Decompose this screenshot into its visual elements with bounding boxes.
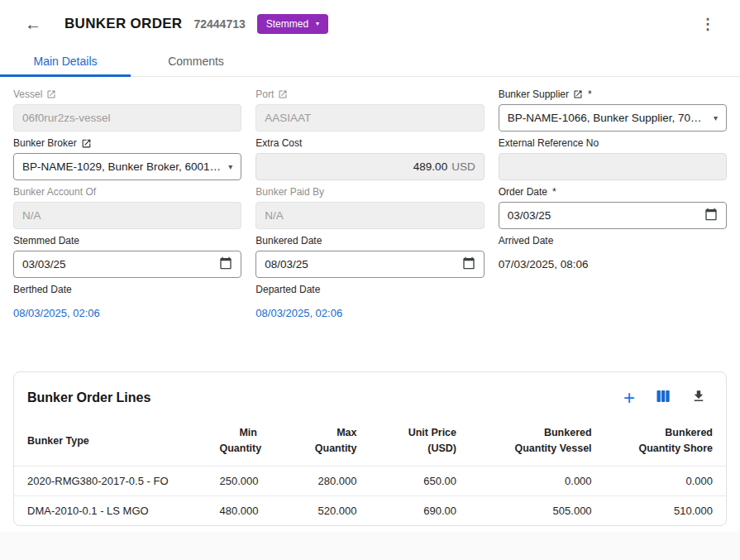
stemmed-date-input[interactable]: 03/03/25 (13, 251, 241, 278)
card-title: Bunker Order Lines (27, 390, 150, 405)
external-reference-input[interactable] (499, 153, 727, 180)
field-bunker-account-of: Bunker Account Of N/A (13, 186, 241, 229)
berthed-date-label: Berthed Date (13, 284, 241, 295)
bunkered-date-label: Bunkered Date (255, 235, 484, 246)
external-link-icon[interactable] (278, 89, 288, 99)
calendar-icon[interactable] (219, 256, 232, 272)
cell-unit-price: 650.00 (370, 466, 470, 495)
bunker-supplier-label: Bunker Supplier * (499, 89, 727, 100)
tab-bar: Main Details Comments (0, 48, 740, 77)
extra-cost-label: Extra Cost (255, 137, 484, 149)
extra-cost-input[interactable]: 489.00 USD (255, 153, 484, 180)
bunker-account-of-input: N/A (13, 202, 241, 229)
field-extra-cost: Extra Cost 489.00 USD (255, 137, 484, 180)
back-button[interactable]: ← (25, 16, 41, 32)
port-label-text: Port (255, 89, 274, 100)
berthed-date-link[interactable]: 08/03/2025, 02:06 (13, 299, 241, 327)
stemmed-date-label-text: Stemmed Date (13, 235, 79, 246)
card-header: Bunker Order Lines + (14, 372, 726, 419)
header-line: Quantity Shore (618, 441, 713, 457)
columns-icon (656, 389, 671, 407)
header-line: (USD) (383, 441, 456, 457)
table-row[interactable]: DMA-2010-0.1 - LS MGO 480.000 520.000 69… (14, 495, 726, 525)
add-line-button[interactable]: + (623, 388, 635, 408)
cell-min-quantity: 480.000 (206, 495, 270, 525)
chevron-down-icon: ▾ (228, 162, 232, 171)
field-vessel: Vessel 06f0rur2zs-vessel (13, 89, 241, 132)
main-details-form: Vessel 06f0rur2zs-vessel Port AASIAAT Bu… (0, 77, 740, 327)
bunker-broker-select[interactable]: BP-NAME-1029, Bunker Broker, 6001… ▾ (13, 153, 241, 180)
cell-min-quantity: 250.000 (206, 466, 270, 495)
order-number: 72444713 (193, 17, 245, 31)
bunker-account-of-label-text: Bunker Account Of (13, 186, 96, 198)
field-departed-date: Departed Date 08/03/2025, 02:06 (255, 284, 484, 327)
cell-unit-price: 690.00 (370, 495, 470, 525)
bunker-order-lines-card: Bunker Order Lines + Bunker Type Min (13, 371, 727, 526)
external-link-icon[interactable] (46, 89, 56, 99)
field-stemmed-date: Stemmed Date 03/03/25 (13, 235, 241, 278)
vessel-input: 06f0rur2zs-vessel (13, 104, 241, 132)
header-line: Quantity Vessel (483, 441, 592, 457)
stemmed-date-value: 03/03/25 (22, 258, 66, 270)
more-menu-button[interactable]: ⋮ (700, 15, 715, 33)
bunker-supplier-label-text: Bunker Supplier (499, 89, 569, 100)
table-row[interactable]: 2020-RMG380-2017-0.5 - FO 250.000 280.00… (14, 466, 726, 495)
external-reference-label: External Reference No (499, 137, 727, 149)
tab-main-details[interactable]: Main Details (0, 48, 131, 76)
cell-bunker-type: 2020-RMG380-2017-0.5 - FO (14, 466, 206, 495)
tab-comments[interactable]: Comments (131, 48, 261, 76)
table-header-row: Bunker Type Min Quantity Max Quantity Un… (14, 419, 726, 466)
cell-bunker-type: DMA-2010-0.1 - LS MGO (14, 495, 206, 525)
arrived-date-value: 07/03/2025, 08:06 (499, 251, 727, 278)
chevron-down-icon: ▾ (714, 113, 718, 122)
extra-cost-value: 489.00 (413, 160, 447, 173)
external-link-icon[interactable] (573, 89, 583, 99)
stemmed-date-label: Stemmed Date (13, 235, 241, 246)
external-reference-label-text: External Reference No (499, 137, 599, 149)
header-line: Unit Price (383, 425, 456, 441)
vessel-label: Vessel (13, 89, 241, 100)
bunker-paid-by-label-text: Bunker Paid By (255, 186, 324, 198)
order-date-value: 03/03/25 (508, 209, 551, 222)
calendar-icon[interactable] (704, 208, 718, 223)
bunker-supplier-value: BP-NAME-1066, Bunker Supplier, 70… (508, 112, 702, 124)
download-icon (691, 389, 706, 407)
bunkered-date-input[interactable]: 08/03/25 (255, 251, 484, 278)
order-date-label: Order Date * (499, 186, 727, 198)
bunker-supplier-select[interactable]: BP-NAME-1066, Bunker Supplier, 70… ▾ (499, 104, 727, 132)
order-date-label-text: Order Date (499, 186, 547, 198)
header-line: Bunker Type (27, 433, 193, 449)
bunker-paid-by-value: N/A (265, 209, 284, 222)
header-line: Quantity (284, 441, 357, 457)
download-button[interactable] (691, 389, 706, 407)
cell-bunkered-quantity-shore: 0.000 (605, 466, 726, 495)
required-marker: * (552, 186, 556, 198)
field-bunkered-date: Bunkered Date 08/03/25 (255, 235, 484, 278)
calendar-icon[interactable] (462, 256, 475, 272)
arrow-left-icon: ← (25, 15, 41, 33)
columns-button[interactable] (656, 389, 671, 407)
departed-date-link[interactable]: 08/03/2025, 02:06 (255, 299, 484, 327)
external-link-icon[interactable] (81, 138, 92, 149)
cell-max-quantity: 520.000 (270, 495, 370, 525)
bunker-paid-by-input: N/A (255, 202, 484, 229)
order-date-input[interactable]: 03/03/25 (499, 202, 727, 229)
vertical-ellipsis-icon: ⋮ (700, 16, 715, 32)
header-line: Max (284, 425, 357, 441)
cell-bunkered-quantity-vessel: 505.000 (470, 495, 605, 525)
plus-icon: + (623, 386, 635, 409)
status-badge-label: Stemmed (266, 18, 308, 30)
field-bunker-broker: Bunker Broker BP-NAME-1029, Bunker Broke… (13, 137, 241, 180)
column-header-bunkered-quantity-vessel: Bunkered Quantity Vessel (470, 419, 605, 466)
port-value: AASIAAT (265, 112, 311, 124)
bunker-broker-value: BP-NAME-1029, Bunker Broker, 6001… (22, 160, 221, 173)
field-bunker-supplier: Bunker Supplier * BP-NAME-1066, Bunker S… (499, 89, 727, 132)
page-bottom-background (0, 532, 740, 560)
bunkered-date-label-text: Bunkered Date (255, 235, 322, 246)
card-actions: + (623, 388, 706, 408)
vessel-label-text: Vessel (13, 89, 42, 100)
extra-cost-currency: USD (451, 160, 475, 173)
status-badge[interactable]: Stemmed ▾ (257, 14, 328, 34)
page-title: BUNKER ORDER (64, 16, 182, 32)
departed-date-label: Departed Date (255, 284, 484, 295)
